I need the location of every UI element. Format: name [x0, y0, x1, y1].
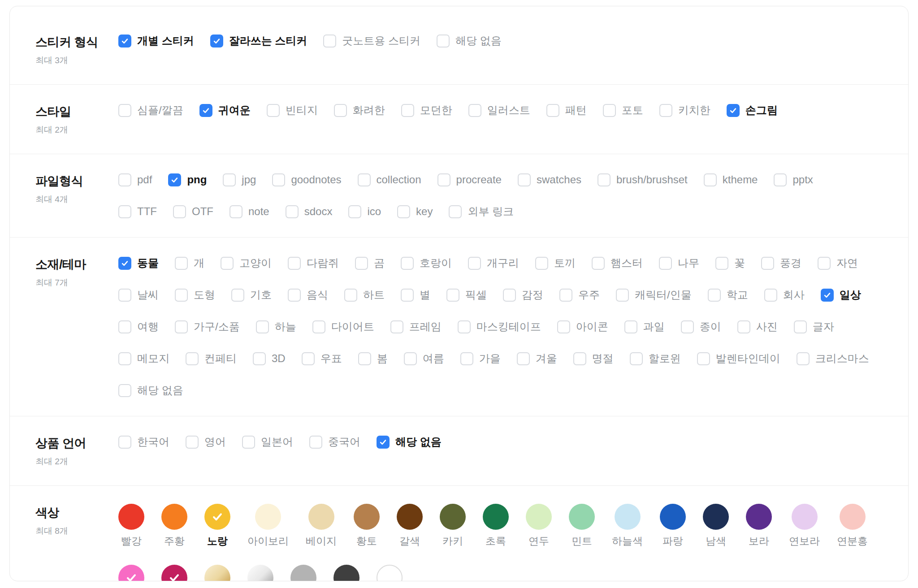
- color-option[interactable]: 아이보리: [247, 504, 289, 548]
- checkbox-option[interactable]: jpg: [223, 173, 256, 186]
- checkbox-option[interactable]: TTF: [118, 205, 157, 218]
- checkbox-option[interactable]: 토끼: [535, 256, 576, 270]
- checkbox-option[interactable]: 우표: [302, 351, 342, 366]
- checkbox-option[interactable]: procreate: [437, 173, 502, 186]
- color-option[interactable]: 민트: [569, 504, 595, 548]
- checkbox-option[interactable]: brush/brushset: [598, 173, 688, 186]
- color-option[interactable]: 초록: [483, 504, 509, 548]
- checkbox-option[interactable]: 가을: [460, 351, 501, 366]
- checkbox-option[interactable]: key: [397, 205, 433, 218]
- checkbox-option[interactable]: 잘라쓰는 스티커: [210, 34, 307, 48]
- checkbox-option[interactable]: 종이: [681, 320, 721, 334]
- checkbox-option[interactable]: 하트: [344, 288, 385, 302]
- color-option[interactable]: 분홍: [118, 565, 144, 581]
- checkbox-option[interactable]: 기호: [231, 288, 272, 302]
- checkbox-option[interactable]: 손그림: [727, 103, 778, 117]
- checkbox-option[interactable]: 과일: [624, 320, 665, 334]
- color-option[interactable]: 실버: [247, 565, 273, 581]
- checkbox-option[interactable]: 일본어: [242, 435, 293, 449]
- color-option[interactable]: 연보라: [789, 504, 820, 548]
- color-option[interactable]: 황토: [354, 504, 380, 548]
- checkbox-option[interactable]: 곰: [355, 256, 385, 270]
- checkbox-option[interactable]: 중국어: [309, 435, 360, 449]
- checkbox-option[interactable]: collection: [358, 173, 421, 186]
- checkbox-option[interactable]: 여름: [404, 351, 444, 366]
- checkbox-option[interactable]: OTF: [173, 205, 213, 218]
- checkbox-option[interactable]: 개별 스티커: [118, 34, 194, 48]
- checkbox-option[interactable]: 캐릭터/인물: [616, 288, 692, 302]
- checkbox-option[interactable]: 한국어: [118, 435, 169, 449]
- checkbox-option[interactable]: 하늘: [256, 320, 296, 334]
- checkbox-option[interactable]: 포토: [603, 103, 643, 117]
- checkbox-option[interactable]: 컨페티: [186, 351, 237, 366]
- checkbox-option[interactable]: 고양이: [221, 256, 272, 270]
- color-option[interactable]: 검정: [333, 565, 359, 581]
- checkbox-option[interactable]: 음식: [288, 288, 328, 302]
- checkbox-option[interactable]: swatches: [518, 173, 581, 186]
- color-option[interactable]: 연두: [526, 504, 552, 548]
- checkbox-option[interactable]: 개구리: [468, 256, 519, 270]
- checkbox-option[interactable]: 글자: [794, 320, 834, 334]
- color-option[interactable]: 남색: [703, 504, 729, 548]
- checkbox-option[interactable]: 크리스마스: [797, 351, 869, 366]
- checkbox-option[interactable]: 해당 없음: [377, 435, 442, 449]
- checkbox-option[interactable]: 햄스터: [592, 256, 643, 270]
- checkbox-option[interactable]: ktheme: [704, 173, 758, 186]
- color-option[interactable]: 보라: [746, 504, 772, 548]
- checkbox-option[interactable]: 픽셀: [446, 288, 487, 302]
- color-option[interactable]: 노랑: [204, 504, 230, 548]
- checkbox-option[interactable]: 프레임: [390, 320, 442, 334]
- checkbox-option[interactable]: 사진: [737, 320, 778, 334]
- color-option[interactable]: 카키: [440, 504, 466, 548]
- checkbox-option[interactable]: 마스킹테이프: [458, 320, 541, 334]
- checkbox-option[interactable]: 메모지: [118, 351, 169, 366]
- checkbox-option[interactable]: 3D: [253, 352, 286, 365]
- checkbox-option[interactable]: 우주: [559, 288, 600, 302]
- checkbox-option[interactable]: 심플/깔끔: [118, 103, 183, 117]
- checkbox-option[interactable]: goodnotes: [272, 173, 341, 186]
- checkbox-option[interactable]: 도형: [175, 288, 215, 302]
- checkbox-option[interactable]: png: [168, 173, 207, 186]
- checkbox-option[interactable]: 나무: [659, 256, 699, 270]
- checkbox-option[interactable]: 패턴: [546, 103, 587, 117]
- checkbox-option[interactable]: 별: [401, 288, 430, 302]
- checkbox-option[interactable]: 동물: [118, 256, 159, 270]
- checkbox-option[interactable]: 아이콘: [557, 320, 608, 334]
- checkbox-option[interactable]: 다이어트: [312, 320, 374, 334]
- checkbox-option[interactable]: 발렌타인데이: [697, 351, 780, 366]
- checkbox-option[interactable]: note: [230, 205, 269, 218]
- checkbox-option[interactable]: 가구/소품: [175, 320, 240, 334]
- checkbox-option[interactable]: 외부 링크: [449, 204, 514, 219]
- checkbox-option[interactable]: 모던한: [401, 103, 452, 117]
- checkbox-option[interactable]: 굿노트용 스티커: [323, 34, 420, 48]
- checkbox-option[interactable]: pptx: [774, 173, 813, 186]
- checkbox-option[interactable]: 날씨: [118, 288, 159, 302]
- checkbox-option[interactable]: 개: [175, 256, 204, 270]
- checkbox-option[interactable]: 감정: [503, 288, 543, 302]
- checkbox-option[interactable]: 일러스트: [468, 103, 530, 117]
- checkbox-option[interactable]: 화려한: [334, 103, 385, 117]
- color-option[interactable]: 갈색: [397, 504, 423, 548]
- checkbox-option[interactable]: 자연: [818, 256, 858, 270]
- checkbox-option[interactable]: 명절: [573, 351, 614, 366]
- color-option[interactable]: 베이지: [306, 504, 337, 548]
- checkbox-option[interactable]: 일상: [821, 288, 861, 302]
- checkbox-option[interactable]: 영어: [186, 435, 226, 449]
- checkbox-option[interactable]: 키치한: [659, 103, 710, 117]
- checkbox-option[interactable]: 겨울: [517, 351, 557, 366]
- checkbox-option[interactable]: ico: [348, 205, 381, 218]
- checkbox-option[interactable]: 꽃: [715, 256, 745, 270]
- color-option[interactable]: 연분홍: [837, 504, 868, 548]
- color-option[interactable]: 흰색: [377, 565, 403, 581]
- color-option[interactable]: 빨강: [118, 504, 144, 548]
- checkbox-option[interactable]: 해당 없음: [118, 383, 183, 398]
- checkbox-option[interactable]: 빈티지: [267, 103, 318, 117]
- checkbox-option[interactable]: pdf: [118, 173, 152, 186]
- checkbox-option[interactable]: 호랑이: [401, 256, 452, 270]
- color-option[interactable]: 파랑: [660, 504, 686, 548]
- color-option[interactable]: 자주: [161, 565, 187, 581]
- checkbox-option[interactable]: 봄: [358, 351, 388, 366]
- checkbox-option[interactable]: sdocx: [286, 205, 333, 218]
- color-option[interactable]: 회색: [290, 565, 316, 581]
- checkbox-option[interactable]: 여행: [118, 320, 159, 334]
